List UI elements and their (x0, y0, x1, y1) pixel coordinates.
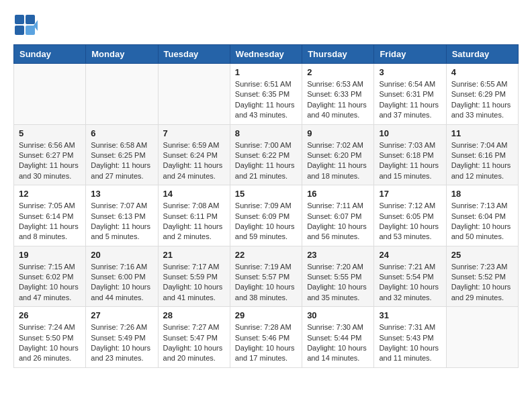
calendar-cell: 20Sunrise: 7:16 AM Sunset: 6:00 PM Dayli… (86, 246, 158, 307)
day-number: 17 (379, 189, 441, 199)
day-number: 26 (19, 310, 81, 320)
day-info: Sunrise: 7:23 AM Sunset: 5:52 PM Dayligh… (451, 262, 513, 304)
day-info: Sunrise: 7:21 AM Sunset: 5:54 PM Dayligh… (379, 262, 441, 304)
day-number: 2 (307, 67, 369, 77)
day-number: 22 (235, 250, 297, 260)
calendar-cell (14, 64, 86, 125)
col-header-tuesday: Tuesday (158, 45, 230, 64)
day-info: Sunrise: 6:54 AM Sunset: 6:31 PM Dayligh… (379, 79, 441, 121)
calendar-cell: 2Sunrise: 6:53 AM Sunset: 6:33 PM Daylig… (302, 64, 374, 125)
day-number: 6 (91, 128, 152, 138)
day-info: Sunrise: 7:05 AM Sunset: 6:14 PM Dayligh… (19, 201, 81, 242)
col-header-monday: Monday (86, 45, 158, 64)
day-info: Sunrise: 7:28 AM Sunset: 5:46 PM Dayligh… (235, 322, 297, 364)
calendar-cell (446, 307, 518, 368)
calendar-cell: 31Sunrise: 7:31 AM Sunset: 5:43 PM Dayli… (374, 307, 446, 368)
day-number: 10 (379, 128, 441, 138)
day-number: 5 (19, 128, 81, 138)
day-number: 27 (91, 310, 152, 320)
day-number: 9 (307, 128, 369, 138)
day-number: 16 (307, 189, 369, 199)
calendar-cell: 10Sunrise: 7:03 AM Sunset: 6:18 PM Dayli… (374, 124, 446, 185)
svg-rect-2 (15, 26, 24, 35)
day-info: Sunrise: 7:03 AM Sunset: 6:18 PM Dayligh… (379, 140, 441, 182)
calendar-cell: 6Sunrise: 6:58 AM Sunset: 6:25 PM Daylig… (86, 124, 158, 185)
calendar-cell: 17Sunrise: 7:12 AM Sunset: 6:05 PM Dayli… (374, 185, 446, 246)
calendar-cell: 24Sunrise: 7:21 AM Sunset: 5:54 PM Dayli… (374, 246, 446, 307)
calendar-table: SundayMondayTuesdayWednesdayThursdayFrid… (13, 44, 519, 368)
day-number: 28 (163, 310, 225, 320)
day-number: 23 (307, 250, 369, 260)
calendar-cell: 21Sunrise: 7:17 AM Sunset: 5:59 PM Dayli… (158, 246, 230, 307)
day-info: Sunrise: 7:26 AM Sunset: 5:49 PM Dayligh… (91, 322, 152, 364)
col-header-wednesday: Wednesday (230, 45, 302, 64)
calendar-cell (158, 64, 230, 125)
day-info: Sunrise: 7:02 AM Sunset: 6:20 PM Dayligh… (307, 140, 369, 182)
calendar-cell: 7Sunrise: 6:59 AM Sunset: 6:24 PM Daylig… (158, 124, 230, 185)
day-number: 7 (163, 128, 225, 138)
col-header-saturday: Saturday (446, 45, 518, 64)
week-row-4: 19Sunrise: 7:15 AM Sunset: 6:02 PM Dayli… (14, 246, 519, 307)
day-number: 31 (379, 310, 441, 320)
col-header-friday: Friday (374, 45, 446, 64)
week-row-2: 5Sunrise: 6:56 AM Sunset: 6:27 PM Daylig… (14, 124, 519, 185)
day-number: 12 (19, 189, 81, 199)
day-info: Sunrise: 7:13 AM Sunset: 6:04 PM Dayligh… (451, 201, 513, 242)
day-number: 8 (235, 128, 297, 138)
calendar-cell: 29Sunrise: 7:28 AM Sunset: 5:46 PM Dayli… (230, 307, 302, 368)
day-number: 19 (19, 250, 81, 260)
day-info: Sunrise: 7:11 AM Sunset: 6:07 PM Dayligh… (307, 201, 369, 242)
calendar-cell: 12Sunrise: 7:05 AM Sunset: 6:14 PM Dayli… (14, 185, 86, 246)
calendar-cell: 28Sunrise: 7:27 AM Sunset: 5:47 PM Dayli… (158, 307, 230, 368)
day-info: Sunrise: 7:08 AM Sunset: 6:11 PM Dayligh… (163, 201, 225, 242)
day-info: Sunrise: 7:12 AM Sunset: 6:05 PM Dayligh… (379, 201, 441, 242)
day-info: Sunrise: 6:59 AM Sunset: 6:24 PM Dayligh… (163, 140, 225, 182)
day-number: 13 (91, 189, 152, 199)
day-info: Sunrise: 6:58 AM Sunset: 6:25 PM Dayligh… (91, 140, 152, 182)
day-number: 25 (451, 250, 513, 260)
day-number: 18 (451, 189, 513, 199)
day-info: Sunrise: 6:53 AM Sunset: 6:33 PM Dayligh… (307, 79, 369, 121)
day-info: Sunrise: 7:00 AM Sunset: 6:22 PM Dayligh… (235, 140, 297, 182)
day-info: Sunrise: 6:55 AM Sunset: 6:29 PM Dayligh… (451, 79, 513, 121)
calendar-cell: 13Sunrise: 7:07 AM Sunset: 6:13 PM Dayli… (86, 185, 158, 246)
week-row-1: 1Sunrise: 6:51 AM Sunset: 6:35 PM Daylig… (14, 64, 519, 125)
calendar-cell: 1Sunrise: 6:51 AM Sunset: 6:35 PM Daylig… (230, 64, 302, 125)
calendar-cell: 9Sunrise: 7:02 AM Sunset: 6:20 PM Daylig… (302, 124, 374, 185)
day-info: Sunrise: 7:24 AM Sunset: 5:50 PM Dayligh… (19, 322, 81, 364)
week-row-5: 26Sunrise: 7:24 AM Sunset: 5:50 PM Dayli… (14, 307, 519, 368)
day-info: Sunrise: 6:56 AM Sunset: 6:27 PM Dayligh… (19, 140, 81, 182)
calendar-cell: 16Sunrise: 7:11 AM Sunset: 6:07 PM Dayli… (302, 185, 374, 246)
calendar-cell: 30Sunrise: 7:30 AM Sunset: 5:44 PM Dayli… (302, 307, 374, 368)
day-info: Sunrise: 7:17 AM Sunset: 5:59 PM Dayligh… (163, 262, 225, 304)
calendar-cell: 25Sunrise: 7:23 AM Sunset: 5:52 PM Dayli… (446, 246, 518, 307)
calendar-cell: 8Sunrise: 7:00 AM Sunset: 6:22 PM Daylig… (230, 124, 302, 185)
calendar-cell: 26Sunrise: 7:24 AM Sunset: 5:50 PM Dayli… (14, 307, 86, 368)
day-number: 20 (91, 250, 152, 260)
col-header-sunday: Sunday (14, 45, 86, 64)
calendar-cell: 3Sunrise: 6:54 AM Sunset: 6:31 PM Daylig… (374, 64, 446, 125)
day-info: Sunrise: 7:15 AM Sunset: 6:02 PM Dayligh… (19, 262, 81, 304)
logo (13, 13, 39, 38)
calendar-cell: 27Sunrise: 7:26 AM Sunset: 5:49 PM Dayli… (86, 307, 158, 368)
day-number: 21 (163, 250, 225, 260)
day-info: Sunrise: 7:27 AM Sunset: 5:47 PM Dayligh… (163, 322, 225, 364)
day-number: 1 (235, 67, 297, 77)
day-number: 29 (235, 310, 297, 320)
calendar-cell: 18Sunrise: 7:13 AM Sunset: 6:04 PM Dayli… (446, 185, 518, 246)
calendar-cell: 19Sunrise: 7:15 AM Sunset: 6:02 PM Dayli… (14, 246, 86, 307)
calendar-cell: 5Sunrise: 6:56 AM Sunset: 6:27 PM Daylig… (14, 124, 86, 185)
day-number: 30 (307, 310, 369, 320)
calendar-cell: 4Sunrise: 6:55 AM Sunset: 6:29 PM Daylig… (446, 64, 518, 125)
calendar-cell: 23Sunrise: 7:20 AM Sunset: 5:55 PM Dayli… (302, 246, 374, 307)
day-info: Sunrise: 7:19 AM Sunset: 5:57 PM Dayligh… (235, 262, 297, 304)
day-info: Sunrise: 7:30 AM Sunset: 5:44 PM Dayligh… (307, 322, 369, 364)
day-info: Sunrise: 6:51 AM Sunset: 6:35 PM Dayligh… (235, 79, 297, 121)
calendar-cell: 14Sunrise: 7:08 AM Sunset: 6:11 PM Dayli… (158, 185, 230, 246)
day-number: 4 (451, 67, 513, 77)
day-number: 3 (379, 67, 441, 77)
calendar-cell: 22Sunrise: 7:19 AM Sunset: 5:57 PM Dayli… (230, 246, 302, 307)
page-header (13, 13, 519, 38)
calendar-cell: 11Sunrise: 7:04 AM Sunset: 6:16 PM Dayli… (446, 124, 518, 185)
day-number: 15 (235, 189, 297, 199)
